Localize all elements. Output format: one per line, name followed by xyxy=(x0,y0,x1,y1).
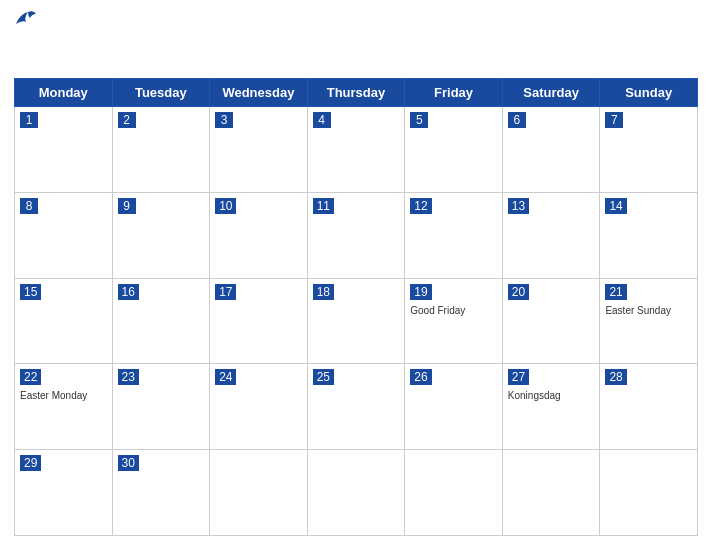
day-cell: 13 xyxy=(502,192,600,278)
weekday-header-saturday: Saturday xyxy=(502,79,600,107)
day-number: 15 xyxy=(20,284,41,300)
day-number: 16 xyxy=(118,284,139,300)
day-cell: 7 xyxy=(600,107,698,193)
weekday-header-wednesday: Wednesday xyxy=(210,79,308,107)
weekday-header-sunday: Sunday xyxy=(600,79,698,107)
day-cell: 1 xyxy=(15,107,113,193)
day-cell: 2 xyxy=(112,107,210,193)
day-cell: 12 xyxy=(405,192,503,278)
week-row-3: 1516171819Good Friday2021Easter Sunday xyxy=(15,278,698,364)
day-cell: 18 xyxy=(307,278,405,364)
day-number: 9 xyxy=(118,198,136,214)
day-cell: 28 xyxy=(600,364,698,450)
day-cell xyxy=(502,450,600,536)
day-number: 8 xyxy=(20,198,38,214)
day-number: 12 xyxy=(410,198,431,214)
holiday-label: Koningsdag xyxy=(508,389,595,402)
day-number: 20 xyxy=(508,284,529,300)
day-number: 26 xyxy=(410,369,431,385)
day-cell: 21Easter Sunday xyxy=(600,278,698,364)
logo-blue-text xyxy=(14,10,39,28)
day-cell: 26 xyxy=(405,364,503,450)
weekday-header-thursday: Thursday xyxy=(307,79,405,107)
day-cell: 30 xyxy=(112,450,210,536)
day-cell: 9 xyxy=(112,192,210,278)
weekday-header-tuesday: Tuesday xyxy=(112,79,210,107)
day-cell: 3 xyxy=(210,107,308,193)
holiday-label: Easter Monday xyxy=(20,389,107,402)
day-number: 6 xyxy=(508,112,526,128)
day-cell: 19Good Friday xyxy=(405,278,503,364)
day-cell: 22Easter Monday xyxy=(15,364,113,450)
logo xyxy=(14,10,39,28)
week-row-1: 1234567 xyxy=(15,107,698,193)
day-number: 28 xyxy=(605,369,626,385)
calendar-wrapper: MondayTuesdayWednesdayThursdayFridaySatu… xyxy=(0,0,712,550)
day-cell: 17 xyxy=(210,278,308,364)
holiday-label: Easter Sunday xyxy=(605,304,692,317)
weekday-header-row: MondayTuesdayWednesdayThursdayFridaySatu… xyxy=(15,79,698,107)
logo-bird-icon xyxy=(14,10,36,28)
day-cell: 14 xyxy=(600,192,698,278)
day-cell: 10 xyxy=(210,192,308,278)
day-number: 21 xyxy=(605,284,626,300)
day-cell: 16 xyxy=(112,278,210,364)
day-number: 5 xyxy=(410,112,428,128)
day-cell: 20 xyxy=(502,278,600,364)
day-cell xyxy=(405,450,503,536)
day-cell: 8 xyxy=(15,192,113,278)
day-number: 18 xyxy=(313,284,334,300)
day-number: 10 xyxy=(215,198,236,214)
day-cell: 5 xyxy=(405,107,503,193)
week-row-4: 22Easter Monday2324252627Koningsdag28 xyxy=(15,364,698,450)
day-cell: 27Koningsdag xyxy=(502,364,600,450)
day-number: 3 xyxy=(215,112,233,128)
day-cell: 23 xyxy=(112,364,210,450)
day-cell xyxy=(600,450,698,536)
day-number: 2 xyxy=(118,112,136,128)
calendar-header xyxy=(14,10,698,70)
day-number: 1 xyxy=(20,112,38,128)
day-cell: 11 xyxy=(307,192,405,278)
day-cell: 25 xyxy=(307,364,405,450)
day-number: 23 xyxy=(118,369,139,385)
day-number: 13 xyxy=(508,198,529,214)
week-row-5: 2930 xyxy=(15,450,698,536)
day-cell xyxy=(307,450,405,536)
day-number: 14 xyxy=(605,198,626,214)
day-cell: 29 xyxy=(15,450,113,536)
day-number: 29 xyxy=(20,455,41,471)
calendar-table: MondayTuesdayWednesdayThursdayFridaySatu… xyxy=(14,78,698,536)
holiday-label: Good Friday xyxy=(410,304,497,317)
day-cell: 24 xyxy=(210,364,308,450)
day-number: 27 xyxy=(508,369,529,385)
week-row-2: 891011121314 xyxy=(15,192,698,278)
day-cell: 4 xyxy=(307,107,405,193)
day-number: 24 xyxy=(215,369,236,385)
weekday-header-friday: Friday xyxy=(405,79,503,107)
day-number: 30 xyxy=(118,455,139,471)
day-cell xyxy=(210,450,308,536)
day-cell: 15 xyxy=(15,278,113,364)
weekday-header-monday: Monday xyxy=(15,79,113,107)
day-number: 22 xyxy=(20,369,41,385)
day-number: 7 xyxy=(605,112,623,128)
day-number: 25 xyxy=(313,369,334,385)
day-number: 19 xyxy=(410,284,431,300)
day-cell: 6 xyxy=(502,107,600,193)
day-number: 11 xyxy=(313,198,334,214)
day-number: 17 xyxy=(215,284,236,300)
day-number: 4 xyxy=(313,112,331,128)
